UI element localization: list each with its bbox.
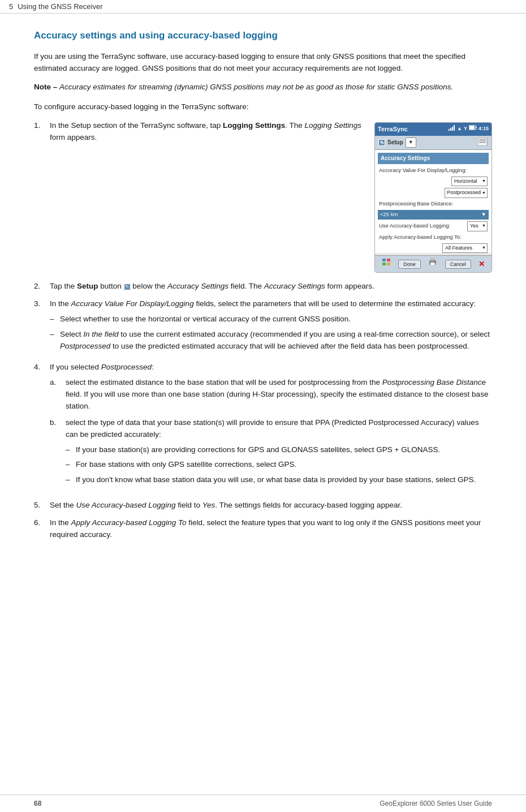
step-1-content: In the Setup section of the TerraSync so…	[50, 120, 492, 276]
step-4-alpha-list: select the estimated distance to the bas…	[50, 377, 492, 489]
step-4b-dash-3: If you don't know what base station data…	[66, 474, 492, 486]
step-4b-dash-2-content: For base stations with only GPS satellit…	[76, 459, 492, 471]
device-row2-arrow: ▼	[482, 178, 486, 184]
note-text: Accuracy estimates for streaming (dynami…	[59, 83, 453, 91]
step-3-dash-2-content: Select In the field to use the current e…	[60, 329, 492, 353]
step-1-text-block: In the Setup section of the TerraSync so…	[50, 120, 372, 151]
device-toolbar-left: ✎ Setup ▼	[378, 138, 416, 148]
svg-rect-18	[432, 261, 433, 261]
device-done-button[interactable]: Done	[398, 260, 421, 269]
step-4a-content: select the estimated distance to the bas…	[66, 377, 492, 413]
step-5: Set the Use Accuracy-based Logging field…	[34, 500, 492, 512]
device-row6-dropdown[interactable]: All Features ▼	[442, 243, 488, 254]
section-heading: Accuracy settings and using accuracy-bas…	[34, 29, 492, 42]
step-3-dash-2-pre: Select	[60, 330, 83, 338]
intro-paragraph: If you are using the TerraSync software,…	[34, 51, 492, 75]
device-battery-icon	[469, 125, 477, 133]
step-3-text1: In the	[50, 299, 71, 308]
step-2-text3: below the	[131, 282, 167, 290]
svg-rect-12	[387, 259, 390, 261]
device-toolbar-right	[478, 138, 488, 148]
step-1-text-before: In the Setup section of the TerraSync so…	[50, 121, 223, 130]
device-setup-icon: ✎	[378, 139, 385, 146]
device-row4-label: Postprocessing Base Distance:	[379, 200, 488, 208]
step-1-with-screenshot: In the Setup section of the TerraSync so…	[50, 120, 492, 273]
svg-rect-11	[382, 259, 386, 261]
device-bottombar: Done Cancel	[375, 255, 491, 272]
device-row2-value: Horizontal	[454, 178, 477, 186]
device-row5-dropdown[interactable]: Yes ▼	[467, 221, 488, 231]
step-4a-text1: select the estimated distance to the bas…	[66, 378, 382, 386]
device-signal-icon	[449, 125, 455, 134]
step-5-text3: . The settings fields for accuracy-based…	[215, 501, 402, 509]
step-3-dash-2: Select In the field to use the current e…	[50, 329, 492, 353]
device-row2-dropdown[interactable]: Horizontal ▼	[451, 177, 488, 187]
step-3-italic: Accuracy Value For Display/Logging	[71, 299, 194, 308]
page-footer: 68 GeoExplorer 6000 Series User Guide	[0, 794, 526, 812]
device-setup-label: Setup	[387, 138, 403, 147]
device-row4-dropdown[interactable]: ▼	[481, 210, 486, 219]
step-4b-dash-1: If your base station(s) are providing co…	[66, 444, 492, 456]
device-section-header: Accuracy Settings	[378, 153, 489, 164]
steps-intro: To configure accuracy-based logging in t…	[34, 101, 492, 113]
device-row3-value: Postprocessed	[447, 189, 481, 197]
device-row1-label: Accuracy Value For Display/Logging:	[379, 166, 488, 175]
step-4-colon: :	[152, 363, 154, 371]
step-5-italic2: Yes	[202, 501, 215, 509]
step-1-para: In the Setup section of the TerraSync so…	[50, 120, 365, 144]
device-row-3: Postprocessed ▼	[378, 188, 489, 198]
step-3-dash-2-italic1: In the field	[83, 330, 118, 338]
svg-rect-3	[454, 125, 455, 131]
step-2-text2: button	[98, 282, 124, 290]
step-3-dash-list: Select whether to use the horizontal or …	[50, 313, 492, 353]
step-2-italic1: Accuracy Settings	[167, 282, 228, 290]
device-screenshot: TerraSync	[374, 122, 492, 273]
footer-page-number: 68	[34, 800, 41, 807]
device-row5-label: Use Accuracy-based Logging:	[379, 222, 467, 230]
step-1: In the Setup section of the TerraSync so…	[34, 120, 492, 276]
device-cancel-button[interactable]: Cancel	[445, 260, 471, 269]
device-setup-dropdown[interactable]: ▼	[406, 138, 416, 148]
step-4-content: If you selected Postprocessed: select th…	[50, 362, 492, 494]
step-1-text-after: . The	[285, 121, 304, 130]
device-toolbar: ✎ Setup ▼	[375, 136, 491, 151]
footer-title: GeoExplorer 6000 Series User Guide	[380, 800, 492, 807]
step-1-italic: Logging Settings	[304, 121, 361, 130]
main-content: Accuracy settings and using accuracy-bas…	[0, 14, 526, 569]
device-titlebar: TerraSync	[375, 123, 491, 136]
step-3-dash-1: Select whether to use the horizontal or …	[50, 313, 492, 325]
svg-rect-14	[387, 263, 390, 265]
step-2-content: Tap the Setup button ✎ below the Accurac…	[50, 281, 492, 293]
device-row3-dropdown[interactable]: Postprocessed ▼	[445, 188, 488, 198]
device-row6-label: Apply Accuracy-based Logging To:	[379, 233, 488, 242]
step-4-italic: Postprocessed	[101, 363, 152, 371]
step-4b-dash-1-text: If your base station(s) are providing co…	[76, 445, 440, 454]
step-6-italic: Apply Accuracy-based Logging To	[71, 518, 187, 527]
step-5-content: Set the Use Accuracy-based Logging field…	[50, 500, 492, 512]
step-2: Tap the Setup button ✎ below the Accurac…	[34, 281, 492, 293]
svg-rect-1	[450, 128, 451, 131]
step-4b-dash-1-content: If your base station(s) are providing co…	[76, 444, 492, 456]
chapter-number: 5	[9, 2, 13, 11]
step-3-dash-2-end: to use the predicted estimated accuracy …	[110, 342, 469, 350]
device-row-2: Horizontal ▼	[378, 177, 489, 187]
device-antenna-icon: Y	[464, 125, 467, 133]
device-row-4-highlight: <25 km ▼	[378, 210, 489, 220]
step-3-dash-2-italic2: Postprocessed	[60, 342, 110, 350]
device-close-icon: ✕	[478, 259, 485, 270]
step-2-text4: field. The	[228, 282, 264, 290]
step-5-text1: Set the	[50, 501, 76, 509]
device-row4-arrow: ▼	[481, 210, 486, 219]
device-titlebar-right: ▲ Y 4:15	[449, 125, 489, 134]
step-2-italic2: Accuracy Settings	[264, 282, 325, 290]
step-2-text1: Tap the	[50, 282, 77, 290]
step-5-italic1: Use Accuracy-based Logging	[76, 501, 176, 509]
step-4a: select the estimated distance to the bas…	[50, 377, 492, 413]
step-2-setup-icon: ✎	[124, 283, 131, 290]
device-row4-val: <25 km	[380, 210, 398, 219]
step-3-content: In the Accuracy Value For Display/Loggin…	[50, 298, 492, 356]
step-4b-text1: select the type of data that your base s…	[66, 418, 479, 439]
note-label: Note –	[34, 83, 59, 91]
step-4b-dash-3-text: If you don't know what base station data…	[76, 475, 476, 484]
device-row6-arrow: ▼	[482, 245, 486, 251]
